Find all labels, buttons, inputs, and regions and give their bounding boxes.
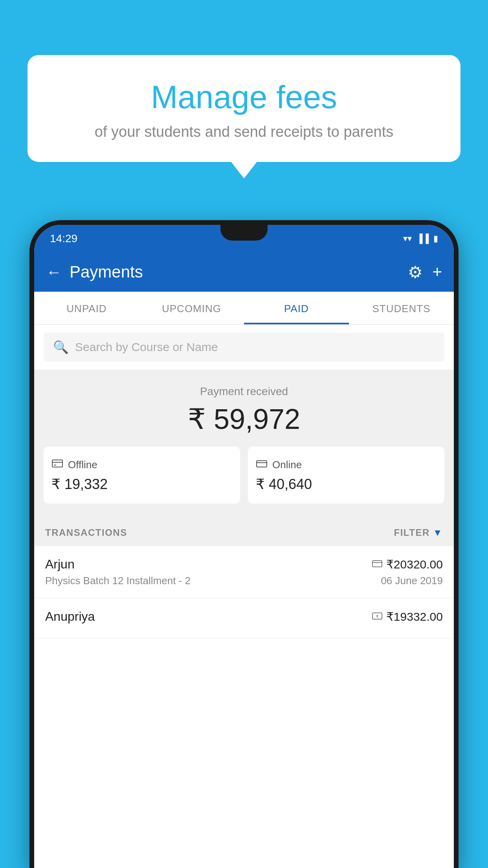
online-card: Online ₹ 40,640 [248,447,444,504]
transaction-amount-1: ₹20320.00 [386,557,443,571]
tab-unpaid[interactable]: UNPAID [34,292,139,324]
online-label: Online [272,459,302,471]
tabs-container: UNPAID UPCOMING PAID STUDENTS [34,292,454,325]
transaction-row[interactable]: Anupriya ₹ ₹19332.00 [34,598,454,638]
header-icons: ⚙ + [408,263,442,282]
transaction-amount-wrap-1: ₹20320.00 [372,557,443,571]
online-amount: ₹ 40,640 [256,476,437,493]
search-icon: 🔍 [53,340,69,355]
speech-bubble-heading: Manage fees [47,79,441,116]
transaction-amount-wrap-2: ₹ ₹19332.00 [372,610,443,623]
transaction-name-1: Arjun [45,557,75,572]
add-icon[interactable]: + [432,263,442,281]
offline-icon [51,458,63,472]
transaction-row[interactable]: Arjun ₹20320.00 Physics Batch 12 Install… [34,546,454,598]
online-icon [256,458,268,472]
transactions-header: TRANSACTIONS FILTER ▼ [34,519,454,546]
payment-cards: Offline ₹ 19,332 Online [34,447,454,504]
wifi-icon: ▾▾ [403,234,412,244]
transaction-name-2: Anupriya [45,609,95,624]
speech-bubble-subtext: of your students and send receipts to pa… [47,123,441,140]
tab-upcoming[interactable]: UPCOMING [139,292,244,324]
status-icons: ▾▾ ▐▐ ▮ [403,234,438,244]
transactions-label: TRANSACTIONS [45,527,127,538]
phone-screen: 14:29 ▾▾ ▐▐ ▮ ← Payments ⚙ + UNPAID UPCO… [34,225,454,868]
tab-paid[interactable]: PAID [244,292,349,324]
offline-label: Offline [68,459,97,471]
svg-text:₹: ₹ [376,614,378,619]
phone-notch [220,225,268,241]
gear-icon[interactable]: ⚙ [408,263,423,282]
offline-amount: ₹ 19,332 [51,476,232,493]
tab-students[interactable]: STUDENTS [349,292,454,324]
offline-card: Offline ₹ 19,332 [44,447,240,504]
transaction-course-1: Physics Batch 12 Installment - 2 [45,575,191,587]
svg-rect-3 [257,461,267,467]
payment-summary: Payment received ₹ 59,972 [34,370,454,519]
back-button[interactable]: ← [46,263,62,281]
filter-icon: ▼ [433,527,443,538]
payment-received-label: Payment received [34,385,454,398]
search-input[interactable]: Search by Course or Name [75,340,218,354]
status-time: 14:29 [50,232,77,245]
page-title: Payments [70,263,400,281]
phone-frame: 14:29 ▾▾ ▐▐ ▮ ← Payments ⚙ + UNPAID UPCO… [29,220,459,868]
signal-icon: ▐▐ [416,234,429,244]
svg-rect-5 [372,561,382,567]
payment-total-amount: ₹ 59,972 [34,403,454,436]
speech-bubble: Manage fees of your students and send re… [28,55,460,162]
cash-payment-icon-2: ₹ [372,611,382,623]
transaction-date-1: 06 June 2019 [381,575,443,587]
card-payment-icon-1 [372,558,382,570]
speech-bubble-container: Manage fees of your students and send re… [28,55,460,162]
status-bar: 14:29 ▾▾ ▐▐ ▮ [34,225,454,252]
app-header: ← Payments ⚙ + [34,252,454,292]
transaction-amount-2: ₹19332.00 [386,610,443,623]
battery-icon: ▮ [433,234,438,244]
search-bar-container: 🔍 Search by Course or Name [34,325,454,370]
filter-button[interactable]: FILTER ▼ [394,527,443,538]
svg-rect-0 [52,460,62,467]
search-bar[interactable]: 🔍 Search by Course or Name [44,333,444,362]
